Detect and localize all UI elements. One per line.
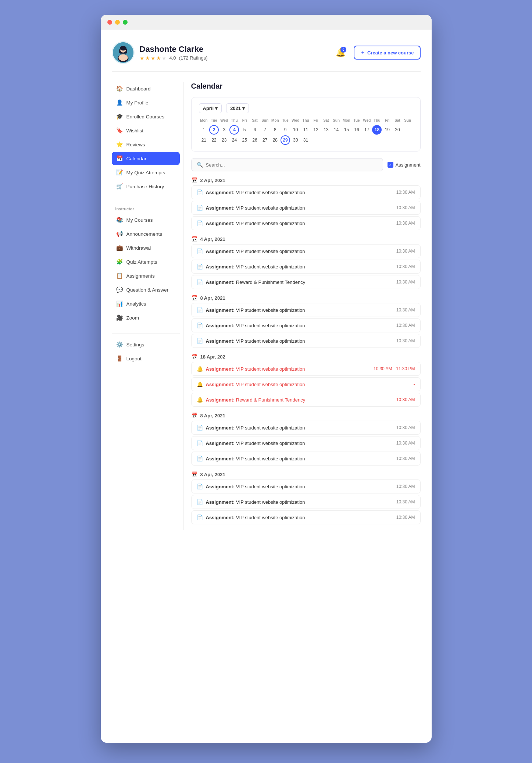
day-tue-3: Tue bbox=[351, 118, 362, 122]
sidebar-item-reviews[interactable]: ⭐ Reviews bbox=[112, 138, 180, 151]
event-card-0-1[interactable]: 📄Assignment: VIP student website optimiz… bbox=[191, 201, 421, 215]
cal-date-16[interactable]: 16 bbox=[352, 125, 361, 135]
cal-date-3[interactable]: 3 bbox=[219, 125, 229, 135]
cal-date-11[interactable]: 11 bbox=[301, 125, 310, 135]
assignments-icon: 📋 bbox=[116, 272, 123, 279]
year-selector[interactable]: 2021 ▾ bbox=[226, 103, 249, 113]
event-date-header-0: 📅2 Apr, 2021 bbox=[191, 177, 421, 183]
event-left-0-2: 📄Assignment: VIP student website optimiz… bbox=[197, 220, 305, 226]
event-time-2-0: 10:30 AM bbox=[396, 307, 415, 313]
event-card-5-0[interactable]: 📄Assignment: VIP student website optimiz… bbox=[191, 479, 421, 493]
event-card-3-2[interactable]: 🔔Assignment: Reward & Punishment Tendenc… bbox=[191, 393, 421, 407]
event-card-3-0[interactable]: 🔔Assignment: VIP student website optimiz… bbox=[191, 362, 421, 376]
cal-date-14[interactable]: 14 bbox=[332, 125, 341, 135]
sidebar-item-quiz-attempts[interactable]: 🧩 Quiz Attempts bbox=[112, 255, 180, 268]
event-date-5: 8 Apr, 2021 bbox=[200, 472, 225, 477]
sidebar-item-withdrawal[interactable]: 💼 Withdrawal bbox=[112, 241, 180, 254]
sidebar-item-zoom[interactable]: 🎥 Zoom bbox=[112, 311, 180, 324]
cal-date-2[interactable]: 2 bbox=[209, 125, 219, 135]
instructor-label: Instructor bbox=[112, 207, 180, 211]
event-card-0-0[interactable]: 📄Assignment: VIP student website optimiz… bbox=[191, 185, 421, 199]
search-filter-row: 🔍 ✓ Assignment bbox=[191, 158, 421, 171]
year-chevron: ▾ bbox=[242, 106, 245, 111]
cal-date-20[interactable]: 20 bbox=[393, 125, 402, 135]
sidebar-item-analytics[interactable]: 📊 Analytics bbox=[112, 297, 180, 310]
sidebar-item-my-quiz-attempts[interactable]: 📝 My Quiz Attempts bbox=[112, 166, 180, 179]
event-icon-2-1: 📄 bbox=[197, 322, 203, 328]
event-icon-1-2: 📄 bbox=[197, 279, 203, 285]
cal-date-6[interactable]: 6 bbox=[250, 125, 260, 135]
event-title-5-0: Assignment: VIP student website optimiza… bbox=[206, 484, 305, 489]
sidebar-item-dashboard[interactable]: 🏠 Dashboard bbox=[112, 82, 180, 95]
event-card-5-2[interactable]: 📄Assignment: VIP student website optimiz… bbox=[191, 510, 421, 524]
event-card-4-2[interactable]: 📄Assignment: VIP student website optimiz… bbox=[191, 452, 421, 466]
purchase-icon: 🛒 bbox=[116, 183, 123, 190]
cal-date-17[interactable]: 17 bbox=[362, 125, 372, 135]
cal-date-28[interactable]: 28 bbox=[270, 135, 280, 145]
minimize-button[interactable] bbox=[115, 20, 120, 25]
event-date-2: 8 Apr, 2021 bbox=[200, 295, 225, 301]
event-card-2-0[interactable]: 📄Assignment: VIP student website optimiz… bbox=[191, 303, 421, 317]
cal-date-30[interactable]: 30 bbox=[291, 135, 300, 145]
sidebar-item-my-courses[interactable]: 📚 My Courses bbox=[112, 213, 180, 227]
sidebar-item-logout[interactable]: 🚪 Logout bbox=[112, 352, 180, 365]
event-card-4-1[interactable]: 📄Assignment: VIP student website optimiz… bbox=[191, 436, 421, 450]
cal-date-1[interactable]: 1 bbox=[199, 125, 208, 135]
cal-date-15[interactable]: 15 bbox=[342, 125, 351, 135]
event-date-0: 2 Apr, 2021 bbox=[200, 178, 225, 183]
event-card-0-2[interactable]: 📄Assignment: VIP student website optimiz… bbox=[191, 216, 421, 230]
cal-date-5[interactable]: 5 bbox=[240, 125, 249, 135]
event-group-4: 📅8 Apr, 2021📄Assignment: VIP student web… bbox=[191, 413, 421, 466]
event-card-1-2[interactable]: 📄Assignment: Reward & Punishment Tendenc… bbox=[191, 275, 421, 289]
event-card-3-1[interactable]: 🔔Assignment: VIP student website optimiz… bbox=[191, 377, 421, 391]
event-card-2-2[interactable]: 📄Assignment: VIP student website optimiz… bbox=[191, 334, 421, 348]
sidebar-item-question-answer[interactable]: 💬 Question & Answer bbox=[112, 283, 180, 296]
cal-date-23[interactable]: 23 bbox=[219, 135, 229, 145]
sidebar-item-calendar[interactable]: 📅 Calendar bbox=[112, 152, 180, 165]
event-card-4-0[interactable]: 📄Assignment: VIP student website optimiz… bbox=[191, 421, 421, 435]
star-4: ★ bbox=[156, 55, 161, 61]
cal-date-21[interactable]: 21 bbox=[199, 135, 208, 145]
create-course-button[interactable]: ＋ Create a new course bbox=[354, 46, 420, 60]
cal-date-25[interactable]: 25 bbox=[240, 135, 249, 145]
sidebar-item-announcements[interactable]: 📢 Announcements bbox=[112, 227, 180, 240]
cal-date-22[interactable]: 22 bbox=[209, 135, 219, 145]
event-icon-1-0: 📄 bbox=[197, 248, 203, 254]
cal-date-19[interactable]: 19 bbox=[382, 125, 392, 135]
sidebar-item-settings[interactable]: ⚙️ Settings bbox=[112, 338, 180, 351]
event-card-1-1[interactable]: 📄Assignment: VIP student website optimiz… bbox=[191, 260, 421, 274]
cal-date-4[interactable]: 4 bbox=[229, 125, 239, 135]
event-time-2-1: 10:30 AM bbox=[396, 323, 415, 328]
cal-date-31[interactable]: 31 bbox=[301, 135, 310, 145]
cal-date-8[interactable]: 8 bbox=[270, 125, 280, 135]
cal-date-27[interactable]: 27 bbox=[260, 135, 270, 145]
cal-date-26[interactable]: 26 bbox=[250, 135, 260, 145]
notification-button[interactable]: 🔔 0 bbox=[333, 45, 348, 60]
event-card-5-1[interactable]: 📄Assignment: VIP student website optimiz… bbox=[191, 495, 421, 509]
event-title-1-1: Assignment: VIP student website optimiza… bbox=[206, 264, 305, 270]
day-fri-3: Fri bbox=[382, 118, 392, 122]
month-selector[interactable]: April ▾ bbox=[199, 103, 222, 113]
sidebar-item-wishlist[interactable]: 🔖 Wishlist bbox=[112, 124, 180, 137]
maximize-button[interactable] bbox=[123, 20, 128, 25]
sidebar-item-my-profile[interactable]: 👤 My Profile bbox=[112, 96, 180, 109]
cal-date-29[interactable]: 29 bbox=[281, 135, 290, 145]
assignment-filter[interactable]: ✓ Assignment bbox=[388, 162, 421, 168]
close-button[interactable] bbox=[107, 20, 112, 25]
sidebar-item-purchase-history[interactable]: 🛒 Purchase History bbox=[112, 180, 180, 193]
day-sun-1: Sun bbox=[260, 118, 270, 122]
sidebar-item-assignments[interactable]: 📋 Assignments bbox=[112, 269, 180, 282]
sidebar-item-enrolled-courses[interactable]: 🎓 Enrolled Courses bbox=[112, 110, 180, 123]
cal-date-18[interactable]: 18 bbox=[372, 125, 382, 135]
event-title-0-0: Assignment: VIP student website optimiza… bbox=[206, 190, 305, 195]
event-card-1-0[interactable]: 📄Assignment: VIP student website optimiz… bbox=[191, 244, 421, 258]
search-input[interactable] bbox=[206, 162, 378, 168]
cal-date-9[interactable]: 9 bbox=[281, 125, 290, 135]
logout-icon: 🚪 bbox=[116, 355, 123, 362]
event-card-2-1[interactable]: 📄Assignment: VIP student website optimiz… bbox=[191, 318, 421, 332]
cal-date-13[interactable]: 13 bbox=[321, 125, 331, 135]
cal-date-7[interactable]: 7 bbox=[260, 125, 270, 135]
cal-date-10[interactable]: 10 bbox=[291, 125, 300, 135]
cal-date-12[interactable]: 12 bbox=[311, 125, 321, 135]
cal-date-24[interactable]: 24 bbox=[229, 135, 239, 145]
